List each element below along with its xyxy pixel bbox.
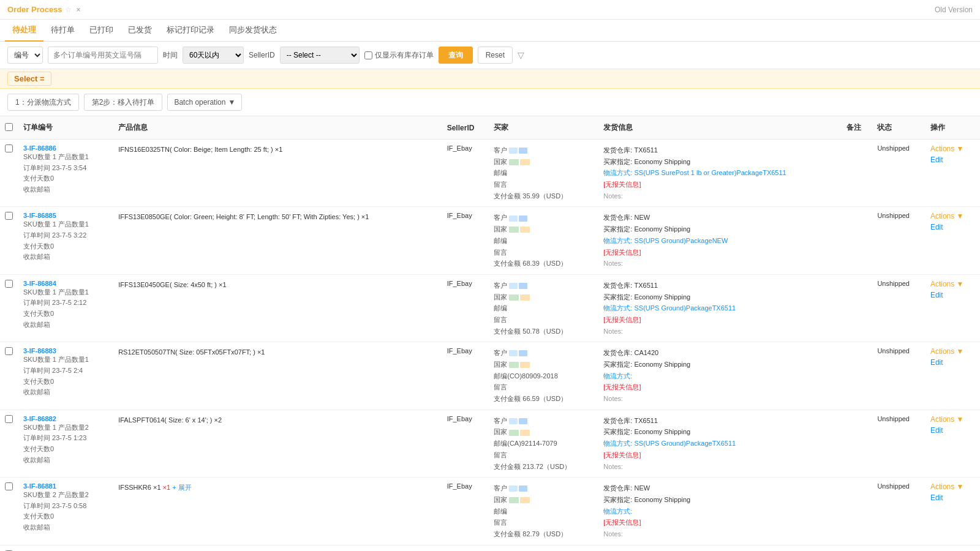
time-select[interactable]: 60天以内 30天以内 15天以内 7天以内 bbox=[183, 47, 244, 64]
status-badge: Unshipped bbox=[877, 280, 910, 287]
dropdown-arrow-icon: ▼ bbox=[228, 98, 235, 107]
tab-printed[interactable]: 已打印 bbox=[82, 20, 121, 42]
sku-info: SKU数量 1 产品数量1 bbox=[23, 287, 108, 298]
stock-only-checkbox[interactable] bbox=[364, 51, 372, 59]
edit-button[interactable]: Edit bbox=[930, 223, 943, 231]
pay-days: 支付天数0 bbox=[23, 173, 108, 184]
order-id-link[interactable]: 3-IF-86884 bbox=[23, 280, 108, 287]
row-checkbox-2[interactable] bbox=[5, 280, 13, 288]
shipping-method-link[interactable]: 物流方式: SS(UPS Ground)PackageTX6511 bbox=[603, 440, 736, 447]
status-badge: Unshipped bbox=[877, 415, 910, 422]
table-row: 3-IF-86886 SKU数量 1 产品数量1 订单时间 23-7-5 3:5… bbox=[0, 140, 980, 207]
shipping-details: 发货仓库: CA1420 买家指定: Economy Shipping 物流方式… bbox=[603, 347, 837, 404]
order-time: 订单时间 23-7-5 2:4 bbox=[23, 365, 108, 377]
actions-cell: Actions ▼ Edit bbox=[925, 545, 980, 551]
tab-print-pending[interactable]: 待打单 bbox=[43, 20, 82, 42]
sku-info: SKU数量 1 产品数量1 bbox=[23, 152, 108, 163]
select-all-checkbox[interactable] bbox=[5, 123, 13, 131]
step2-button[interactable]: 第2步：移入待打单 bbox=[84, 94, 163, 111]
seller-id: IF_Ebay bbox=[447, 144, 472, 152]
no-info-link[interactable]: [无报关信息] bbox=[603, 383, 641, 391]
actions-button[interactable]: Actions ▼ bbox=[930, 415, 964, 424]
shipping-method-link[interactable]: 物流方式: SS(UPS SurePost 1 lb or Greater)Pa… bbox=[603, 169, 786, 176]
actions-button[interactable]: Actions ▼ bbox=[930, 144, 964, 153]
no-info-link[interactable]: [无报关信息] bbox=[603, 519, 641, 526]
stock-only-checkbox-label[interactable]: 仅显示有库存订单 bbox=[364, 50, 434, 61]
shipping-method-link[interactable]: 物流方式: bbox=[603, 508, 632, 515]
no-info-link[interactable]: [无报关信息] bbox=[603, 451, 641, 459]
seller-id-select[interactable]: -- Select -- bbox=[280, 47, 360, 64]
shipping-method-link[interactable]: 物流方式: bbox=[603, 372, 632, 380]
step1-button[interactable]: 1：分派物流方式 bbox=[7, 94, 79, 111]
row-checkbox-1[interactable] bbox=[5, 212, 13, 220]
col-order-no: 订单编号 bbox=[18, 116, 113, 140]
notes-cell bbox=[842, 410, 872, 477]
no-info-link[interactable]: [无报关信息] bbox=[603, 249, 641, 256]
email: 收款邮箱 bbox=[23, 184, 108, 195]
pay-days: 支付天数0 bbox=[23, 241, 108, 252]
edit-button[interactable]: Edit bbox=[930, 358, 943, 367]
sku-info: SKU数量 1 产品数量1 bbox=[23, 354, 108, 365]
actions-cell: Actions ▼ Edit bbox=[925, 207, 980, 274]
order-id-link[interactable]: 3-IF-86883 bbox=[23, 347, 108, 354]
star-icon[interactable]: ☆ bbox=[65, 6, 72, 14]
reset-button[interactable]: Reset bbox=[478, 47, 513, 64]
notes-cell bbox=[842, 342, 872, 410]
order-id-link[interactable]: 3-IF-86881 bbox=[23, 482, 108, 490]
order-time: 订单时间 23-7-5 1:23 bbox=[23, 433, 108, 444]
col-buyer: 买家 bbox=[489, 116, 598, 140]
shipping-details: 发货仓库: NEW 买家指定: Economy Shipping 物流方式: [… bbox=[603, 482, 837, 539]
batch-operation-dropdown[interactable]: Batch operation ▼ bbox=[167, 94, 242, 111]
shipping-method-link[interactable]: 物流方式: SS(UPS Ground)PackageNEW bbox=[603, 237, 728, 244]
actions-button[interactable]: Actions ▼ bbox=[930, 280, 964, 288]
order-time: 订单时间 23-7-5 3:22 bbox=[23, 230, 108, 241]
no-info-link[interactable]: [无报关信息] bbox=[603, 181, 641, 188]
close-icon[interactable]: × bbox=[77, 6, 81, 14]
orders-table-container: 订单编号 产品信息 SellerID 买家 发货信息 备注 状态 操作 3-IF… bbox=[0, 116, 980, 551]
tab-print-history[interactable]: 标记打印记录 bbox=[159, 20, 222, 42]
pay-days: 支付天数0 bbox=[23, 377, 108, 388]
table-header-row: 订单编号 产品信息 SellerID 买家 发货信息 备注 状态 操作 bbox=[0, 116, 980, 140]
tab-sync-status[interactable]: 同步发货状态 bbox=[222, 20, 284, 42]
edit-button[interactable]: Edit bbox=[930, 493, 943, 502]
order-no-input[interactable] bbox=[48, 47, 158, 64]
expand-link[interactable]: + 展开 bbox=[172, 484, 191, 491]
actions-button[interactable]: Actions ▼ bbox=[930, 212, 964, 220]
shipping-details: 发货仓库: TX6511 买家指定: Economy Shipping 物流方式… bbox=[603, 415, 837, 472]
row-checkbox-5[interactable] bbox=[5, 482, 13, 490]
actions-button[interactable]: Actions ▼ bbox=[930, 482, 964, 491]
actions-cell: Actions ▼ Edit bbox=[925, 410, 980, 477]
actions-cell: Actions ▼ Edit bbox=[925, 478, 980, 545]
action-bar: 1：分派物流方式 第2步：移入待打单 Batch operation ▼ bbox=[0, 89, 980, 116]
time-label: 时间 bbox=[163, 50, 178, 61]
app-title: Order Process bbox=[7, 5, 62, 14]
seller-id: IF_Ebay bbox=[447, 280, 472, 287]
row-checkbox-4[interactable] bbox=[5, 415, 13, 423]
shipping-details: 发货仓库: TX6511 买家指定: Economy Shipping 物流方式… bbox=[603, 144, 837, 201]
actions-button[interactable]: Actions ▼ bbox=[930, 347, 964, 356]
edit-button[interactable]: Edit bbox=[930, 156, 943, 164]
order-type-select[interactable]: 编号 bbox=[7, 47, 43, 64]
query-button[interactable]: 查询 bbox=[439, 47, 473, 64]
order-id-link[interactable]: 3-IF-86886 bbox=[23, 144, 108, 152]
status-badge: Unshipped bbox=[877, 212, 910, 219]
edit-button[interactable]: Edit bbox=[930, 291, 943, 299]
row-checkbox-3[interactable] bbox=[5, 347, 13, 355]
no-info-link[interactable]: [无报关信息] bbox=[603, 316, 641, 323]
old-version-link[interactable]: Old Version bbox=[935, 6, 973, 14]
product-desc: RS12ET050507TN( Size: 05FTx05FTx07FT; ) … bbox=[118, 347, 437, 358]
filter-icon[interactable]: ▽ bbox=[518, 50, 524, 60]
notes-cell bbox=[842, 478, 872, 545]
email: 收款邮箱 bbox=[23, 522, 108, 533]
email: 收款邮箱 bbox=[23, 320, 108, 331]
order-id-link[interactable]: 3-IF-86882 bbox=[23, 415, 108, 422]
seller-id: IF_Ebay bbox=[447, 415, 472, 422]
status-badge: Unshipped bbox=[877, 144, 910, 152]
tab-pending[interactable]: 待处理 bbox=[5, 20, 43, 42]
order-id-link[interactable]: 3-IF-86885 bbox=[23, 212, 108, 219]
row-checkbox-0[interactable] bbox=[5, 144, 13, 152]
tab-shipped[interactable]: 已发货 bbox=[121, 20, 159, 42]
edit-button[interactable]: Edit bbox=[930, 426, 943, 435]
table-row: 3-IF-86881 SKU数量 2 产品数量2 订单时间 23-7-5 0:5… bbox=[0, 478, 980, 545]
shipping-method-link[interactable]: 物流方式: SS(UPS Ground)PackageTX6511 bbox=[603, 304, 736, 312]
